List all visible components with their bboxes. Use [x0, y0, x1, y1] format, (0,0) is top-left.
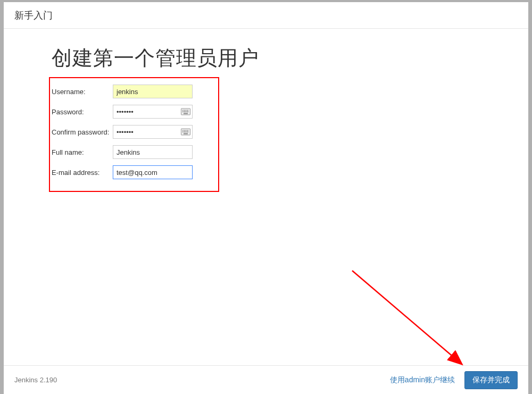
- footer-actions: 使用admin账户继续 保存并完成: [390, 371, 518, 389]
- label-confirm-password: Confirm password:: [52, 128, 113, 136]
- page-title: 创建第一个管理员用户: [52, 45, 480, 72]
- input-wrap-email: [113, 165, 193, 179]
- wizard-body: 创建第一个管理员用户 Username: Password: Confirm p…: [4, 29, 528, 365]
- wizard-header: 新手入门: [4, 2, 528, 29]
- input-wrap-password: [113, 105, 193, 119]
- label-fullname: Full name:: [52, 148, 113, 156]
- label-username: Username:: [52, 88, 113, 96]
- annotation-arrow: [350, 268, 488, 365]
- row-username: Username:: [52, 81, 480, 102]
- wizard-footer: Jenkins 2.190 使用admin账户继续 保存并完成: [4, 365, 528, 394]
- version-label: Jenkins 2.190: [14, 376, 57, 384]
- row-confirm-password: Confirm password:: [52, 122, 480, 142]
- save-and-finish-button[interactable]: 保存并完成: [464, 371, 518, 389]
- row-email: E-mail address:: [52, 162, 480, 182]
- input-wrap-confirm-password: [113, 125, 193, 139]
- svg-line-1: [352, 271, 461, 364]
- row-fullname: Full name:: [52, 142, 480, 162]
- wizard-header-title: 新手入门: [14, 9, 53, 22]
- row-password: Password:: [52, 102, 480, 122]
- continue-as-admin-link[interactable]: 使用admin账户继续: [390, 375, 455, 385]
- fullname-input[interactable]: [113, 145, 193, 159]
- username-input[interactable]: [113, 85, 193, 98]
- email-input[interactable]: [113, 165, 193, 179]
- label-password: Password:: [52, 108, 113, 116]
- create-admin-form: Username: Password: Confirm password:: [52, 81, 480, 182]
- input-wrap-username: [113, 85, 193, 98]
- wizard-container: 新手入门 创建第一个管理员用户 Username: Password: Conf…: [4, 2, 528, 394]
- keyboard-icon[interactable]: [181, 129, 190, 136]
- label-email: E-mail address:: [52, 169, 113, 177]
- input-wrap-fullname: [113, 145, 193, 159]
- keyboard-icon[interactable]: [181, 108, 190, 115]
